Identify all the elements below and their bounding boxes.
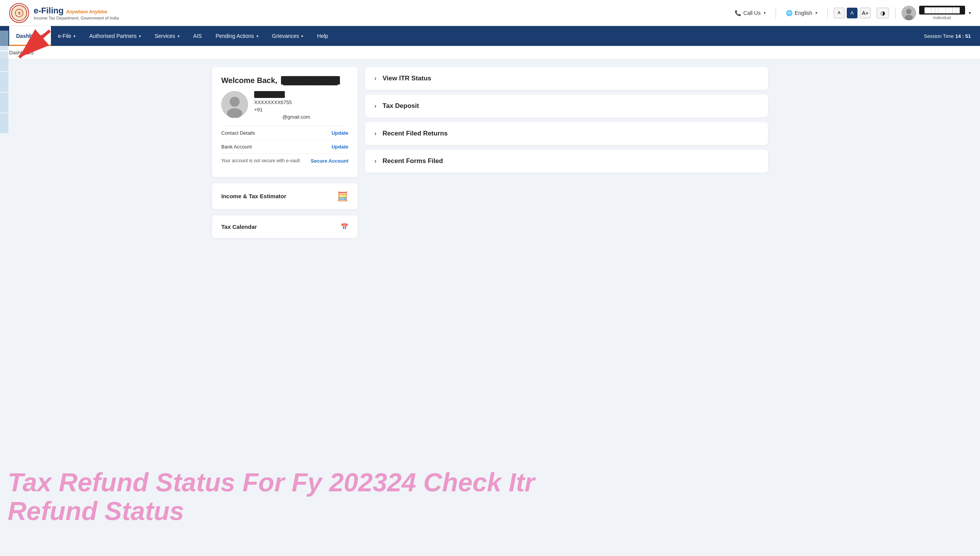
evault-warning-text: Your account is not secure with e-vault	[221, 158, 300, 164]
partners-chevron-icon: ▾	[139, 34, 141, 38]
left-column: Welcome Back, ██████████ XXXXXXXX6755 +9…	[212, 67, 358, 238]
user-pan: XXXXXXXX6755	[254, 99, 310, 105]
bank-account-label: Bank Account	[221, 144, 252, 150]
phone-icon: 📞	[735, 10, 741, 16]
logo-sub: Income Tax Department, Government of Ind…	[34, 16, 119, 20]
session-time-value: 14 : 51	[956, 33, 971, 39]
svg-text:₹: ₹	[18, 11, 21, 16]
tax-deposit-accordion: › Tax Deposit	[365, 95, 768, 117]
view-itr-status-header[interactable]: › View ITR Status	[365, 67, 768, 90]
tax-deposit-chevron-icon: ›	[374, 103, 376, 109]
tax-deposit-header[interactable]: › Tax Deposit	[365, 95, 768, 117]
nav-item-dashboard[interactable]: Dashboard	[9, 26, 51, 46]
pending-chevron-icon: ▾	[256, 34, 258, 38]
user-avatar-large	[221, 91, 248, 118]
lang-chevron-icon: ▾	[815, 11, 817, 15]
user-phone: +91	[254, 107, 310, 113]
welcome-title: Welcome Back, ██████████	[221, 76, 348, 85]
calculator-icon: 🧮	[337, 191, 348, 202]
view-itr-status-accordion: › View ITR Status	[365, 67, 768, 90]
estimator-title: Income & Tax Estimator	[221, 193, 286, 199]
nav-item-grievances[interactable]: Grievances ▾	[265, 26, 310, 46]
font-large-button[interactable]: A+	[860, 8, 871, 18]
breadcrumb-bar: Dashboard	[0, 46, 980, 59]
user-type-label: Individual	[919, 15, 965, 20]
recent-forms-filed-header[interactable]: › Recent Forms Filed	[365, 150, 768, 173]
logo-area: ₹ e-Filing Anywhere Anytime Income Tax D…	[9, 3, 119, 23]
recent-filed-returns-header[interactable]: › Recent Filed Returns	[365, 122, 768, 145]
header-divider-1	[776, 7, 776, 19]
navbar: Dashboard e-File ▾ Authorised Partners ▾…	[0, 26, 980, 46]
user-email: @gmail.com	[254, 114, 310, 120]
header: ₹ e-Filing Anywhere Anytime Income Tax D…	[0, 0, 980, 26]
nav-item-services[interactable]: Services ▾	[148, 26, 186, 46]
income-tax-estimator-card[interactable]: Income & Tax Estimator 🧮	[212, 183, 358, 209]
grievances-chevron-icon: ▾	[301, 34, 303, 38]
calendar-icon: 📅	[341, 223, 348, 230]
bank-update-link[interactable]: Update	[332, 144, 348, 150]
main-content: Welcome Back, ██████████ XXXXXXXX6755 +9…	[203, 59, 777, 246]
logo-main: e-Filing Anywhere Anytime	[34, 6, 119, 16]
tax-deposit-title: Tax Deposit	[382, 102, 419, 110]
logo-emblem: ₹	[9, 3, 29, 23]
nav-item-efile[interactable]: e-File ▾	[51, 26, 82, 46]
breadcrumb: Dashboard	[9, 50, 34, 55]
watermark-overlay: Tax Refund Status For Fy 202324 Check It…	[0, 468, 980, 525]
nav-item-pending-actions[interactable]: Pending Actions ▾	[209, 26, 265, 46]
user-area[interactable]: ██████████ Individual ▾	[902, 6, 971, 20]
user-name-detail-redacted	[254, 91, 285, 98]
user-info-row: XXXXXXXX6755 +91 @gmail.com	[221, 91, 348, 120]
left-edge-bars	[0, 31, 8, 134]
watermark-line1: Tax Refund Status For Fy 202324 Check It…	[8, 468, 972, 497]
right-column: › View ITR Status › Tax Deposit › Recent…	[365, 67, 768, 238]
svg-point-10	[227, 108, 242, 118]
user-name-redacted[interactable]: ██████████	[919, 6, 965, 15]
secure-account-link[interactable]: Secure Account	[311, 158, 349, 164]
globe-icon: 🌐	[786, 10, 792, 16]
tax-calendar-card[interactable]: Tax Calendar 📅	[212, 215, 358, 238]
header-actions: 📞 Call Us ▾ 🌐 English ▾ A A A+ ◑	[731, 6, 971, 20]
recent-filed-returns-accordion: › Recent Filed Returns	[365, 122, 768, 145]
efile-chevron-icon: ▾	[74, 34, 75, 38]
bank-account-row: Bank Account Update	[221, 140, 348, 153]
contrast-icon: ◑	[880, 10, 885, 16]
recent-forms-chevron-icon: ›	[374, 158, 376, 165]
user-details: XXXXXXXX6755 +91 @gmail.com	[254, 91, 310, 120]
svg-point-9	[230, 97, 240, 107]
contrast-button[interactable]: ◑	[877, 8, 889, 18]
nav-item-help[interactable]: Help	[310, 26, 335, 46]
logo-text: e-Filing Anywhere Anytime Income Tax Dep…	[34, 6, 119, 20]
recent-returns-chevron-icon: ›	[374, 130, 376, 137]
nav-item-ais[interactable]: AIS	[186, 26, 209, 46]
contact-details-row: Contact Details Update	[221, 126, 348, 140]
itr-status-title: View ITR Status	[382, 75, 431, 82]
nav-item-authorised-partners[interactable]: Authorised Partners ▾	[82, 26, 148, 46]
svg-point-4	[906, 9, 911, 14]
welcome-card: Welcome Back, ██████████ XXXXXXXX6755 +9…	[212, 67, 358, 177]
recent-forms-filed-accordion: › Recent Forms Filed	[365, 150, 768, 173]
font-size-controls: A A A+	[834, 8, 871, 18]
evault-row: Your account is not secure with e-vault …	[221, 153, 348, 168]
contact-update-link[interactable]: Update	[332, 130, 348, 136]
font-normal-button[interactable]: A	[847, 8, 858, 18]
recent-forms-title: Recent Forms Filed	[382, 157, 443, 165]
call-us-button[interactable]: 📞 Call Us ▾	[731, 8, 769, 18]
header-divider-2	[827, 7, 828, 19]
welcome-name-redacted: ██████████	[281, 76, 340, 85]
language-button[interactable]: 🌐 English ▾	[782, 8, 821, 18]
header-divider-3	[895, 7, 895, 19]
call-chevron-icon: ▾	[764, 11, 766, 15]
itr-status-chevron-icon: ›	[374, 75, 376, 82]
svg-point-5	[905, 15, 913, 20]
font-small-button[interactable]: A	[834, 8, 844, 18]
services-chevron-icon: ▾	[178, 34, 180, 38]
user-chevron-icon: ▾	[969, 11, 971, 15]
contact-details-label: Contact Details	[221, 130, 255, 136]
tax-calendar-title: Tax Calendar	[221, 223, 257, 230]
avatar	[902, 6, 916, 20]
recent-returns-title: Recent Filed Returns	[382, 130, 448, 137]
session-time: Session Time 14 : 51	[924, 33, 971, 39]
watermark-line2: Refund Status	[8, 497, 972, 525]
